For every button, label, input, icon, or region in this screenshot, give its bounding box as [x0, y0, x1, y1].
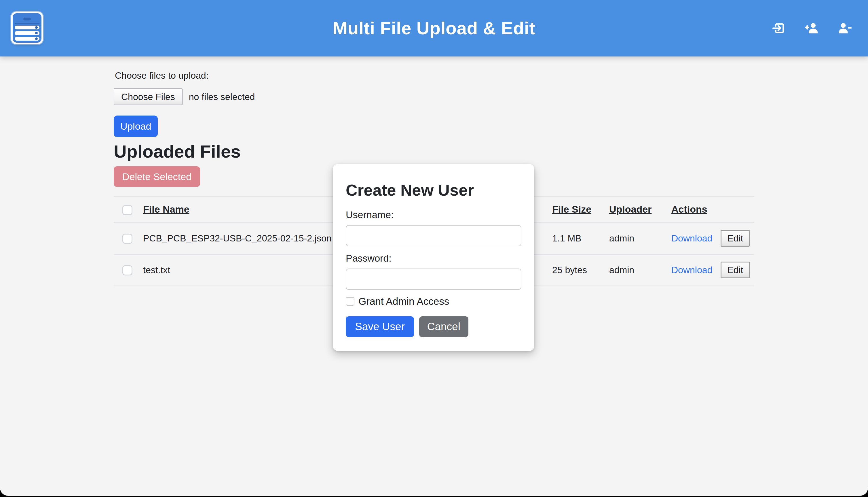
logo-pill	[23, 17, 31, 20]
logo-bar	[15, 26, 40, 29]
select-all-checkbox[interactable]	[122, 205, 132, 215]
uploaded-files-heading: Uploaded Files	[114, 141, 754, 162]
create-user-modal: Create New User Username: Password: Gran…	[333, 164, 534, 351]
header-icons	[772, 0, 852, 56]
file-input-status: no files selected	[189, 91, 255, 102]
logo-bar	[15, 37, 40, 41]
app-header: Multi File Upload & Edit	[0, 0, 868, 56]
row-checkbox[interactable]	[122, 234, 132, 244]
upload-button[interactable]: Upload	[114, 115, 158, 137]
column-header-file-size[interactable]: File Size	[552, 204, 591, 215]
grant-admin-row: Grant Admin Access	[346, 296, 521, 307]
logo-bar-dot	[35, 38, 38, 40]
cancel-button[interactable]: Cancel	[419, 316, 468, 337]
save-user-button[interactable]: Save User	[346, 316, 414, 337]
choose-files-label: Choose files to upload:	[115, 70, 754, 81]
column-header-file-name[interactable]: File Name	[143, 204, 189, 215]
grant-admin-checkbox[interactable]	[346, 297, 354, 306]
edit-button[interactable]: Edit	[721, 230, 750, 247]
page-title: Multi File Upload & Edit	[0, 0, 868, 56]
download-link[interactable]: Download	[671, 233, 712, 243]
choose-files-button[interactable]: Choose Files	[114, 88, 182, 105]
file-size-cell: 1.1 MB	[552, 223, 609, 254]
app-logo-icon	[11, 12, 43, 44]
row-checkbox[interactable]	[122, 265, 132, 275]
uploader-cell: admin	[609, 223, 671, 254]
download-link[interactable]: Download	[671, 265, 712, 275]
delete-selected-button[interactable]: Delete Selected	[114, 166, 200, 187]
password-field[interactable]	[346, 269, 521, 290]
file-input: Choose Files no files selected	[114, 88, 754, 105]
grant-admin-label: Grant Admin Access	[358, 296, 449, 307]
person-add-icon[interactable]	[805, 21, 819, 36]
logo-bar-dot	[35, 32, 38, 34]
logout-icon[interactable]	[772, 21, 786, 36]
username-field[interactable]	[346, 225, 521, 246]
modal-title: Create New User	[346, 181, 521, 199]
password-label: Password:	[346, 253, 521, 264]
edit-button[interactable]: Edit	[721, 261, 750, 278]
logo-bar	[15, 31, 40, 35]
file-size-cell: 25 bytes	[552, 254, 609, 286]
username-label: Username:	[346, 209, 521, 221]
page: Multi File Upload & Edit	[0, 0, 868, 496]
person-remove-icon[interactable]	[838, 21, 852, 36]
logo-bar-dot	[35, 26, 38, 29]
logo-top-section	[15, 15, 40, 24]
column-header-actions[interactable]: Actions	[671, 204, 707, 215]
column-header-uploader[interactable]: Uploader	[609, 204, 651, 215]
modal-buttons: Save User Cancel	[346, 316, 521, 337]
uploader-cell: admin	[609, 254, 671, 286]
